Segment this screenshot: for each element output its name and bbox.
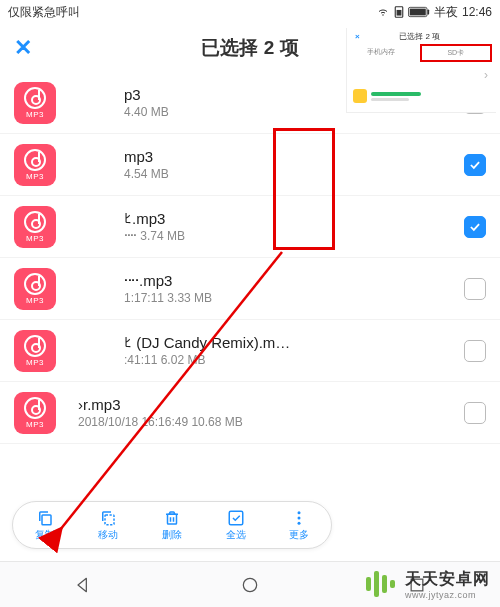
file-text: ﾋ (DJ Candy Remix).m…:41:11 6.02 MB: [124, 334, 452, 367]
more-button[interactable]: 更多: [274, 509, 324, 542]
trash-icon: [163, 509, 181, 527]
battery-icon: [408, 6, 430, 18]
svg-rect-8: [167, 514, 176, 524]
svg-point-12: [298, 521, 301, 524]
inset-title: 已选择 2 项: [399, 31, 440, 42]
inset-line-2: [371, 98, 409, 101]
file-checkbox[interactable]: [464, 402, 486, 424]
svg-rect-17: [374, 571, 379, 597]
inset-folder-icon: [353, 89, 367, 103]
file-meta: 1:17:11 3.33 MB: [124, 291, 452, 305]
mp3-file-icon: MP3: [14, 392, 56, 434]
status-right: 半夜12:46: [376, 4, 492, 21]
chevron-right-icon: ›: [484, 68, 488, 82]
file-meta: ᠁ 3.74 MB: [124, 229, 452, 243]
file-row[interactable]: MP3ﾋ (DJ Candy Remix).m…:41:11 6.02 MB: [0, 320, 500, 382]
brand-text: 天天安卓网 www.jytyaz.com: [405, 569, 490, 600]
delete-button[interactable]: 删除: [147, 509, 197, 542]
inset-tabs: 手机内存 SD卡: [347, 45, 496, 61]
file-text: ﾋ.mp3᠁ 3.74 MB: [124, 210, 452, 243]
svg-rect-5: [427, 9, 429, 14]
svg-point-11: [298, 516, 301, 519]
svg-rect-9: [229, 511, 243, 525]
inset-tab-sdcard: SD卡: [422, 46, 491, 60]
file-name: mp3: [124, 148, 452, 165]
clock-label: 半夜: [434, 4, 458, 21]
inset-line-1: [371, 92, 421, 96]
svg-point-13: [243, 578, 256, 591]
file-text: ›r.mp32018/10/18 16:16:49 10.68 MB: [78, 396, 452, 429]
page-title: 已选择 2 项: [201, 35, 298, 61]
file-checkbox[interactable]: [464, 154, 486, 176]
file-name: ›r.mp3: [78, 396, 452, 413]
copy-icon: [36, 509, 54, 527]
mp3-file-icon: MP3: [14, 144, 56, 186]
file-name: ﾋ.mp3: [124, 210, 452, 227]
brand-watermark: 天天安卓网 www.jytyaz.com: [363, 567, 490, 601]
wifi-icon: [376, 6, 390, 18]
svg-rect-6: [42, 515, 51, 525]
file-checkbox[interactable]: [464, 278, 486, 300]
select-all-label: 全选: [226, 528, 246, 542]
more-label: 更多: [289, 528, 309, 542]
sim-icon: [394, 6, 404, 18]
select-all-button[interactable]: 全选: [211, 509, 261, 542]
select-all-icon: [227, 509, 245, 527]
file-meta: 2018/10/18 16:16:49 10.68 MB: [78, 415, 452, 429]
svg-rect-18: [382, 575, 387, 593]
action-bar: 复制 移动 删除 全选 更多: [12, 501, 332, 549]
copy-label: 复制: [35, 528, 55, 542]
status-bar: 仅限紧急呼叫 半夜12:46: [0, 0, 500, 24]
close-icon[interactable]: ✕: [14, 35, 32, 61]
mp3-file-icon: MP3: [14, 206, 56, 248]
tutorial-inset: × 已选择 2 项 手机内存 SD卡 ›: [346, 28, 496, 113]
svg-point-0: [382, 14, 384, 16]
status-left: 仅限紧急呼叫: [8, 4, 80, 21]
copy-button[interactable]: 复制: [20, 509, 70, 542]
svg-rect-4: [410, 9, 426, 16]
file-row[interactable]: MP3᠁.mp31:17:11 3.33 MB: [0, 258, 500, 320]
brand-name: 天天安卓网: [405, 569, 490, 590]
more-icon: [290, 509, 308, 527]
inset-tab-phone: 手机内存: [347, 45, 416, 61]
mp3-file-icon: MP3: [14, 82, 56, 124]
svg-rect-2: [397, 11, 401, 16]
file-meta: 4.54 MB: [124, 167, 452, 181]
clock-time: 12:46: [462, 5, 492, 19]
brand-icon: [363, 567, 397, 601]
brand-url: www.jytyaz.com: [405, 590, 490, 600]
file-name: ﾋ (DJ Candy Remix).m…: [124, 334, 452, 351]
file-meta: :41:11 6.02 MB: [124, 353, 452, 367]
move-button[interactable]: 移动: [83, 509, 133, 542]
svg-rect-7: [105, 515, 114, 525]
mp3-file-icon: MP3: [14, 330, 56, 372]
file-row[interactable]: MP3ﾋ.mp3᠁ 3.74 MB: [0, 196, 500, 258]
file-row[interactable]: MP3mp34.54 MB: [0, 134, 500, 196]
file-list: MP3p34.40 MBMP3mp34.54 MBMP3ﾋ.mp3᠁ 3.74 …: [0, 72, 500, 444]
nav-home-icon[interactable]: [240, 575, 260, 595]
file-text: mp34.54 MB: [124, 148, 452, 181]
move-label: 移动: [98, 528, 118, 542]
svg-point-10: [298, 511, 301, 514]
file-row[interactable]: MP3›r.mp32018/10/18 16:16:49 10.68 MB: [0, 382, 500, 444]
mp3-file-icon: MP3: [14, 268, 56, 310]
delete-label: 删除: [162, 528, 182, 542]
svg-rect-16: [366, 577, 371, 591]
carrier-text: 仅限紧急呼叫: [8, 4, 80, 21]
file-name: ᠁.mp3: [124, 272, 452, 289]
file-checkbox[interactable]: [464, 216, 486, 238]
move-icon: [99, 509, 117, 527]
file-text: ᠁.mp31:17:11 3.33 MB: [124, 272, 452, 305]
svg-rect-19: [390, 580, 395, 588]
file-checkbox[interactable]: [464, 340, 486, 362]
inset-close-icon: ×: [355, 32, 360, 41]
nav-back-icon[interactable]: [73, 575, 93, 595]
